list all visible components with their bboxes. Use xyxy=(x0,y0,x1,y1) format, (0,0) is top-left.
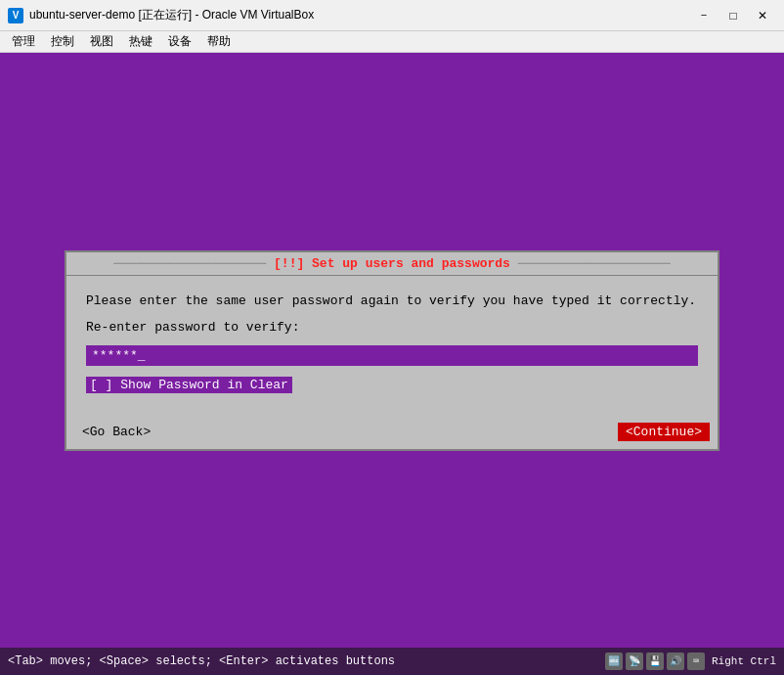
menu-view[interactable]: 视图 xyxy=(82,31,121,52)
status-icon-4: 🔊 xyxy=(667,652,684,670)
go-back-button[interactable]: <Go Back> xyxy=(74,423,158,441)
dialog-content: Please enter the same user password agai… xyxy=(66,276,718,419)
title-bracket-left: ──────────────────── xyxy=(113,256,274,271)
status-icon-3: 💾 xyxy=(646,652,664,670)
title-bracket-right: ──────────────────── xyxy=(518,256,671,271)
statusbar-help-text: <Tab> moves; <Space> selects; <Enter> ac… xyxy=(8,654,605,668)
minimize-button[interactable]: － xyxy=(690,5,718,26)
menu-hotkeys[interactable]: 热键 xyxy=(121,31,160,52)
setup-dialog: ──────────────────── [!!] Set up users a… xyxy=(65,250,719,451)
show-password-button[interactable]: [ ] Show Password in Clear xyxy=(86,377,292,393)
status-icon-5: ⌨ xyxy=(687,652,705,670)
dialog-body-line2: Re-enter password to verify: xyxy=(86,318,698,338)
vm-viewport[interactable]: ──────────────────── [!!] Set up users a… xyxy=(0,53,784,648)
password-input[interactable]: ******_ xyxy=(86,345,698,366)
continue-button[interactable]: <Continue> xyxy=(618,423,710,441)
app-icon: V xyxy=(8,8,23,23)
status-icon-1: 🔤 xyxy=(605,652,623,670)
menubar: 管理 控制 视图 热键 设备 帮助 xyxy=(0,31,784,53)
close-button[interactable]: ✕ xyxy=(749,5,776,26)
titlebar: V ubuntu-server-demo [正在运行] - Oracle VM … xyxy=(0,0,784,31)
title-text: [!!] Set up users and passwords xyxy=(274,256,510,271)
status-icon-2: 📡 xyxy=(626,652,643,670)
statusbar: <Tab> moves; <Space> selects; <Enter> ac… xyxy=(0,648,784,675)
maximize-button[interactable]: □ xyxy=(719,5,747,26)
right-ctrl-label: Right Ctrl xyxy=(712,655,776,667)
dialog-title: ──────────────────── [!!] Set up users a… xyxy=(66,252,718,276)
dialog-body-line1: Please enter the same user password agai… xyxy=(86,292,698,311)
menu-help[interactable]: 帮助 xyxy=(199,31,239,52)
menu-devices[interactable]: 设备 xyxy=(160,31,199,52)
statusbar-icons: 🔤 📡 💾 🔊 ⌨ Right Ctrl xyxy=(605,652,776,670)
menu-manage[interactable]: 管理 xyxy=(4,31,43,52)
window-title: ubuntu-server-demo [正在运行] - Oracle VM Vi… xyxy=(29,7,690,23)
dialog-buttons: <Go Back> <Continue> xyxy=(66,419,718,449)
window-controls: － □ ✕ xyxy=(690,5,776,26)
menu-control[interactable]: 控制 xyxy=(43,31,82,52)
